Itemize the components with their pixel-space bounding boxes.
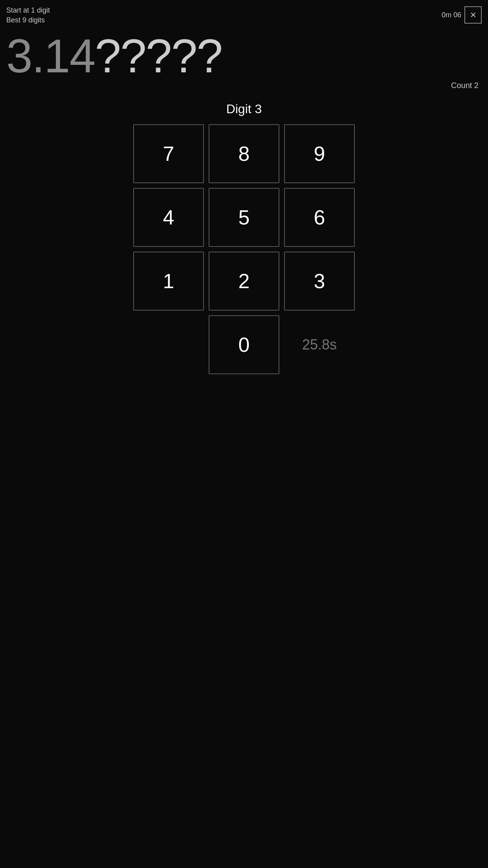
pi-known-digits: 3.14 (6, 32, 95, 79)
best-text: Best 9 digits (6, 16, 50, 24)
timer-display: 0m 06 (442, 11, 461, 19)
side-timer-text: 25.8s (302, 337, 337, 353)
pi-display: 3.14 ????? (6, 32, 482, 79)
digit-button-6[interactable]: 6 (284, 188, 355, 247)
digit-button-7[interactable]: 7 (133, 124, 204, 183)
timer-side-display: 25.8s (284, 337, 355, 353)
header: Start at 1 digit Best 9 digits 0m 06 ✕ (0, 0, 488, 24)
digit-button-3[interactable]: 3 (284, 252, 355, 311)
header-left: Start at 1 digit Best 9 digits (6, 6, 50, 24)
digit-button-4[interactable]: 4 (133, 188, 204, 247)
start-text: Start at 1 digit (6, 6, 50, 15)
digit-button-1[interactable]: 1 (133, 252, 204, 311)
pi-unknown-digits: ????? (95, 32, 222, 79)
digit-button-2[interactable]: 2 (209, 252, 279, 311)
numpad: 7 8 9 4 5 6 1 2 3 0 25.8s (0, 124, 488, 374)
digit-button-9[interactable]: 9 (284, 124, 355, 183)
numpad-bottom-row: 0 25.8s (130, 315, 358, 374)
digit-label: Digit 3 (0, 102, 488, 116)
numpad-row-1: 7 8 9 (130, 124, 358, 183)
header-right: 0m 06 ✕ (442, 6, 482, 24)
digit-button-5[interactable]: 5 (209, 188, 279, 247)
close-button[interactable]: ✕ (464, 6, 482, 24)
numpad-row-2: 4 5 6 (130, 188, 358, 247)
pi-display-area: 3.14 ????? Count 2 (0, 24, 488, 90)
count-label: Count 2 (6, 81, 482, 90)
numpad-row-3: 1 2 3 (130, 252, 358, 311)
digit-button-8[interactable]: 8 (209, 124, 279, 183)
digit-button-0[interactable]: 0 (209, 315, 279, 374)
